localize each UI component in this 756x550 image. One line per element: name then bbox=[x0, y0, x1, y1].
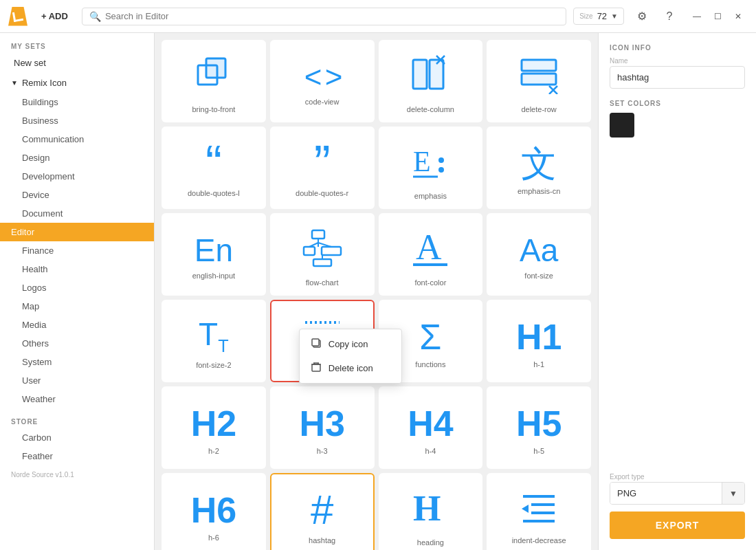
icon-cell-emphasis-cn[interactable]: 文 emphasis-cn bbox=[487, 126, 591, 209]
size-control: Size 72 ▼ bbox=[573, 8, 624, 25]
context-delete-icon[interactable]: Delete icon bbox=[300, 356, 401, 380]
font-size-2-symbol: TT bbox=[199, 318, 229, 355]
indent-decrease-label: indent-decrease bbox=[512, 536, 566, 544]
sidebar-item-new-set[interactable]: New set bbox=[0, 53, 154, 73]
sidebar-item-communication[interactable]: Communication bbox=[0, 130, 154, 148]
svg-point-12 bbox=[438, 157, 444, 163]
h-3-symbol: H3 bbox=[299, 406, 344, 441]
context-menu: Copy icon Delete icon bbox=[299, 329, 402, 384]
icon-cell-h-4[interactable]: H4 h-4 bbox=[379, 386, 483, 469]
icon-cell-bring-to-front[interactable]: bring-to-front bbox=[162, 40, 266, 122]
search-input[interactable] bbox=[105, 11, 559, 21]
icon-cell-h-6[interactable]: H6 h-6 bbox=[162, 473, 266, 550]
icon-cell-font-size[interactable]: Aa font-size bbox=[487, 213, 591, 296]
icon-cell-h-1[interactable]: H1 h-1 bbox=[487, 300, 591, 382]
svg-text:A: A bbox=[416, 228, 442, 267]
sidebar-item-others[interactable]: Others bbox=[0, 334, 154, 353]
font-size-symbol: Aa bbox=[520, 234, 558, 266]
export-type-select[interactable]: PNG SVG JPG bbox=[610, 483, 722, 504]
sidebar-item-development[interactable]: Development bbox=[0, 167, 154, 186]
double-quotes-l-symbol: “ bbox=[205, 144, 222, 184]
sidebar-parent-remix-icon[interactable]: ▼ Remix Icon bbox=[0, 73, 154, 93]
icon-cell-h-2[interactable]: H2 h-2 bbox=[162, 386, 266, 469]
icon-cell-code-view[interactable]: < > code-view bbox=[270, 40, 375, 122]
icon-name-input[interactable] bbox=[610, 66, 745, 89]
copy-icon bbox=[311, 338, 322, 351]
emphasis-symbol: E bbox=[410, 141, 450, 186]
settings-button[interactable]: ⚙ bbox=[631, 6, 653, 28]
sidebar-item-media[interactable]: Media bbox=[0, 316, 154, 334]
icon-cell-emphasis[interactable]: E emphasis bbox=[379, 126, 483, 209]
hashtag-symbol: # bbox=[311, 490, 333, 531]
help-button[interactable]: ? bbox=[658, 6, 680, 28]
icon-cell-english-input[interactable]: En english-input bbox=[162, 213, 266, 296]
delete-icon-label: Delete icon bbox=[329, 363, 373, 373]
add-button[interactable]: + ADD bbox=[34, 8, 75, 24]
maximize-button[interactable]: ☐ bbox=[708, 7, 727, 26]
size-label: Size bbox=[579, 12, 592, 20]
sidebar-item-user[interactable]: User bbox=[0, 371, 154, 390]
icon-cell-font-color[interactable]: A font-color bbox=[379, 213, 483, 296]
sidebar-item-editor[interactable]: Editor bbox=[0, 223, 154, 241]
h-2-label: h-2 bbox=[208, 447, 219, 455]
size-value: 72 bbox=[597, 11, 607, 21]
functions-label: functions bbox=[415, 360, 445, 368]
sidebar-item-logos[interactable]: Logos bbox=[0, 278, 154, 297]
emphasis-cn-label: emphasis-cn bbox=[518, 187, 560, 195]
sidebar-item-business[interactable]: Business bbox=[0, 111, 154, 130]
flow-chart-label: flow-chart bbox=[306, 278, 339, 287]
sidebar-item-design[interactable]: Design bbox=[0, 148, 154, 167]
size-dropdown-icon[interactable]: ▼ bbox=[611, 12, 618, 20]
icon-cell-flow-chart[interactable]: flow-chart bbox=[270, 213, 375, 296]
svg-rect-16 bbox=[322, 247, 341, 255]
context-copy-icon[interactable]: Copy icon bbox=[300, 332, 401, 356]
sidebar-item-feather[interactable]: Feather bbox=[0, 447, 154, 465]
icon-info-label: ICON INFO bbox=[610, 44, 745, 52]
delete-row-label: delete-row bbox=[521, 105, 556, 113]
double-quotes-r-label: double-quotes-r bbox=[296, 189, 348, 197]
svg-marker-39 bbox=[522, 505, 529, 513]
new-set-label: New set bbox=[14, 58, 46, 68]
sidebar-item-carbon[interactable]: Carbon bbox=[0, 428, 154, 447]
export-button[interactable]: EXPORT bbox=[610, 512, 745, 539]
svg-text:H: H bbox=[413, 489, 441, 527]
double-quotes-r-symbol: ” bbox=[314, 144, 331, 184]
app-logo bbox=[8, 7, 27, 26]
sidebar-item-document[interactable]: Document bbox=[0, 204, 154, 223]
icon-cell-font-size-2[interactable]: TT font-size-2 bbox=[162, 300, 266, 382]
minimize-button[interactable]: — bbox=[687, 7, 707, 26]
color-swatch[interactable] bbox=[610, 113, 634, 138]
main-layout: MY SETS New set ▼ Remix Icon Buildings B… bbox=[0, 33, 756, 550]
sidebar-item-weather[interactable]: Weather bbox=[0, 390, 154, 408]
icon-cell-h-5[interactable]: H5 h-5 bbox=[487, 386, 591, 469]
delete-row-symbol bbox=[519, 54, 559, 100]
sidebar-item-map[interactable]: Map bbox=[0, 297, 154, 316]
icon-cell-h-3[interactable]: H3 h-3 bbox=[270, 386, 375, 469]
topbar-icon-group: ⚙ ? bbox=[631, 6, 680, 28]
icon-cell-double-quotes-r[interactable]: ” double-quotes-r bbox=[270, 126, 375, 209]
svg-rect-29 bbox=[312, 364, 320, 371]
close-button[interactable]: ✕ bbox=[729, 7, 748, 26]
bring-to-front-symbol bbox=[194, 54, 234, 100]
svg-rect-6 bbox=[522, 60, 556, 71]
icon-cell-indent-decrease[interactable]: indent-decrease bbox=[487, 473, 591, 550]
icon-cell-format[interactable]: format Copy icon bbox=[270, 300, 375, 382]
sidebar-item-device[interactable]: Device bbox=[0, 186, 154, 204]
icon-cell-heading[interactable]: H heading bbox=[379, 473, 483, 550]
sidebar-item-system[interactable]: System bbox=[0, 353, 154, 371]
indent-decrease-symbol bbox=[519, 490, 559, 531]
heading-label: heading bbox=[417, 538, 444, 547]
icon-cell-delete-row[interactable]: delete-row bbox=[487, 40, 591, 122]
icon-cell-delete-column[interactable]: delete-column bbox=[379, 40, 483, 122]
svg-rect-2 bbox=[413, 60, 427, 89]
icon-cell-double-quotes-l[interactable]: “ double-quotes-l bbox=[162, 126, 266, 209]
english-input-symbol: En bbox=[194, 234, 233, 266]
sidebar-item-health[interactable]: Health bbox=[0, 260, 154, 278]
icon-cell-hashtag[interactable]: # hashtag bbox=[270, 473, 375, 550]
svg-rect-28 bbox=[312, 339, 319, 346]
font-size-2-label: font-size-2 bbox=[196, 361, 231, 369]
store-label: STORE bbox=[0, 408, 154, 428]
svg-point-13 bbox=[438, 167, 444, 173]
sidebar-item-buildings[interactable]: Buildings bbox=[0, 93, 154, 111]
sidebar-item-finance[interactable]: Finance bbox=[0, 241, 154, 260]
